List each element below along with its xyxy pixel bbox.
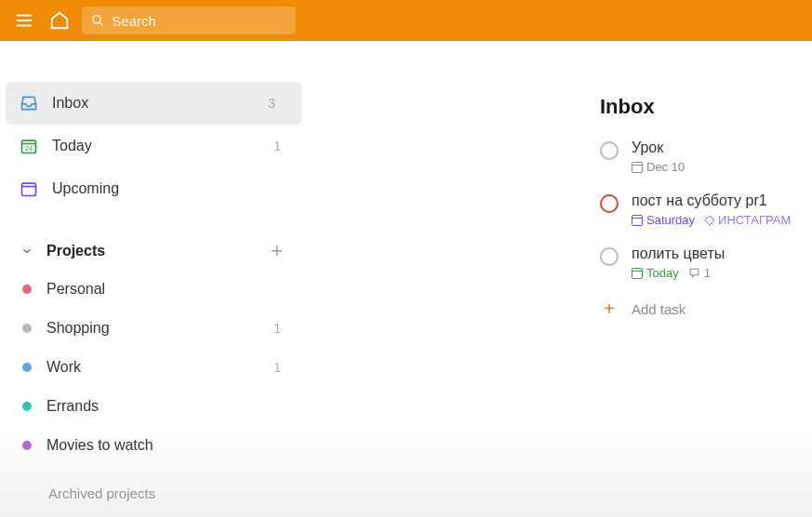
nav-count: 3: [268, 96, 283, 111]
task-title: Урок: [632, 139, 685, 156]
archived-projects[interactable]: Archived projects: [0, 465, 307, 501]
projects-header[interactable]: Projects +: [0, 232, 307, 270]
nav-upcoming[interactable]: Upcoming: [0, 167, 307, 210]
project-label: Shopping: [47, 320, 259, 337]
add-project-icon[interactable]: +: [271, 239, 288, 263]
nav-inbox[interactable]: Inbox 3: [6, 82, 301, 125]
inbox-icon: [19, 94, 39, 113]
main-content: Inbox Урок Dec 10 пост на субботу pr1 Sa…: [307, 41, 812, 517]
svg-text:24: 24: [25, 144, 33, 152]
projects-title: Projects: [47, 243, 260, 259]
nav-label: Upcoming: [52, 180, 288, 197]
menu-icon[interactable]: [11, 7, 37, 33]
calendar-today-icon: 24: [19, 137, 39, 155]
svg-point-3: [93, 16, 100, 23]
tag-icon: [704, 215, 715, 226]
task-checkbox[interactable]: [600, 141, 619, 160]
calendar-icon: [632, 162, 643, 173]
task-row[interactable]: Урок Dec 10: [600, 139, 812, 174]
task-title: пост на субботу pr1: [632, 192, 791, 209]
search-input[interactable]: [112, 13, 286, 29]
nav-count: 1: [273, 139, 288, 153]
project-label: Work: [47, 359, 259, 376]
search-icon: [91, 13, 104, 28]
comment-icon: [688, 267, 700, 279]
project-color-dot: [22, 324, 32, 333]
task-title: полить цветы: [632, 245, 725, 262]
home-icon[interactable]: [47, 7, 73, 33]
project-item[interactable]: Work 1: [0, 348, 307, 387]
project-color-dot: [22, 441, 32, 450]
project-count: 1: [273, 360, 288, 375]
svg-line-4: [100, 22, 103, 26]
project-color-dot: [22, 402, 32, 411]
nav-label: Today: [52, 138, 260, 154]
task-comments[interactable]: 1: [688, 266, 711, 280]
add-task-label: Add task: [632, 301, 686, 317]
nav-label: Inbox: [52, 95, 255, 112]
project-item[interactable]: Errands: [0, 387, 307, 426]
project-count: 1: [273, 321, 288, 336]
task-date: Saturday: [632, 213, 695, 227]
project-item[interactable]: Movies to watch: [0, 426, 307, 465]
sidebar: Inbox 3 24 Today 1 Upcoming Projects + P…: [0, 41, 307, 517]
task-date: Dec 10: [632, 160, 685, 174]
project-label: Errands: [47, 398, 266, 415]
task-tag[interactable]: ИНСТАГРАМ: [704, 213, 791, 227]
task-row[interactable]: пост на субботу pr1 SaturdayИНСТАГРАМ: [600, 192, 812, 227]
nav-today[interactable]: 24 Today 1: [0, 125, 307, 167]
project-item[interactable]: Shopping 1: [0, 309, 307, 348]
page-title: Inbox: [600, 95, 812, 119]
plus-icon: +: [600, 298, 619, 320]
calendar-icon: [632, 268, 643, 279]
task-date: Today: [632, 266, 679, 280]
project-label: Personal: [47, 281, 266, 298]
add-task-button[interactable]: + Add task: [600, 298, 812, 320]
project-item[interactable]: Personal: [0, 270, 307, 309]
chevron-down-icon: [19, 245, 35, 258]
svg-rect-8: [22, 183, 36, 195]
search-box[interactable]: [82, 7, 296, 34]
project-color-dot: [22, 285, 32, 294]
project-label: Movies to watch: [47, 437, 266, 454]
project-color-dot: [22, 363, 32, 372]
task-checkbox[interactable]: [600, 194, 619, 213]
task-row[interactable]: полить цветы Today1: [600, 245, 812, 280]
calendar-upcoming-icon: [19, 179, 39, 198]
topbar: [0, 0, 812, 41]
calendar-icon: [632, 215, 643, 226]
task-checkbox[interactable]: [600, 247, 619, 266]
